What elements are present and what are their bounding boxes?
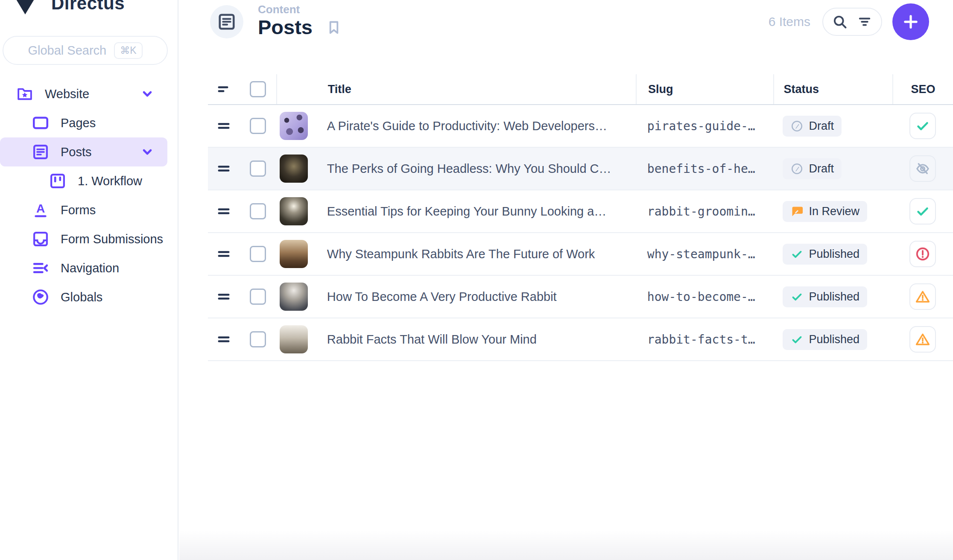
sidebar-item-globals[interactable]: Globals bbox=[0, 283, 167, 312]
cell-title: Rabbit Facts That Will Blow Your Mind bbox=[276, 325, 636, 353]
cell-slug: rabbit-groomin… bbox=[636, 204, 773, 219]
table-row[interactable]: A Pirate's Guide to Productivity: Web De… bbox=[208, 105, 953, 148]
global-search-input[interactable]: Global Search ⌘K bbox=[3, 36, 168, 65]
seo-status-button[interactable] bbox=[909, 198, 936, 225]
status-badge: In Review bbox=[783, 201, 867, 222]
filter-icon[interactable] bbox=[857, 14, 872, 29]
seo-error-icon bbox=[915, 246, 930, 262]
seo-status-button[interactable] bbox=[909, 155, 936, 182]
status-draft-icon bbox=[790, 162, 804, 175]
posts-table: Title Slug Status SEO A Pirate's Guide t… bbox=[208, 74, 953, 361]
sidebar-item-1-workflow[interactable]: 1. Workflow bbox=[0, 166, 167, 195]
status-badge: Draft bbox=[783, 158, 842, 179]
drag-handle-icon[interactable] bbox=[216, 204, 231, 219]
column-header-slug[interactable]: Slug bbox=[636, 74, 773, 104]
chevron-down-icon[interactable] bbox=[139, 144, 155, 160]
row-checkbox[interactable] bbox=[250, 160, 266, 177]
sidebar-item-navigation[interactable]: Navigation bbox=[0, 254, 167, 283]
post-slug: why-steampunk-… bbox=[647, 247, 755, 261]
status-published-icon bbox=[790, 248, 804, 261]
sidebar-item-pages[interactable]: Pages bbox=[0, 108, 167, 137]
cell-seo bbox=[892, 326, 953, 353]
cell-drag bbox=[208, 161, 240, 176]
post-thumbnail-pirate-collage bbox=[280, 112, 308, 140]
cell-status: Published bbox=[773, 329, 892, 350]
seo-check-icon bbox=[915, 118, 930, 134]
table-row[interactable]: How To Become A Very Productive Rabbit h… bbox=[208, 276, 953, 318]
directus-logo-icon bbox=[12, 0, 38, 17]
post-slug: rabbit-groomin… bbox=[647, 204, 755, 219]
post-thumbnail-headless bbox=[280, 155, 308, 183]
status-badge: Draft bbox=[783, 116, 842, 137]
cell-title: Essential Tips for Keeping Your Bunny Lo… bbox=[276, 197, 636, 225]
sort-column-header[interactable] bbox=[208, 82, 240, 97]
table-row[interactable]: The Perks of Going Headless: Why You Sho… bbox=[208, 148, 953, 190]
row-checkbox[interactable] bbox=[250, 331, 266, 347]
sidebar-item-website[interactable]: Website bbox=[0, 79, 167, 108]
header-actions: 6 Items bbox=[769, 3, 929, 40]
cell-status: Draft bbox=[773, 116, 892, 137]
table-row[interactable]: Rabbit Facts That Will Blow Your Mind ra… bbox=[208, 318, 953, 361]
bookmark-icon[interactable] bbox=[325, 19, 342, 36]
drag-handle-icon[interactable] bbox=[216, 246, 231, 262]
letter-a-icon bbox=[32, 201, 50, 219]
inbox-icon bbox=[32, 230, 50, 248]
column-header-status[interactable]: Status bbox=[773, 74, 893, 104]
cell-status: Published bbox=[773, 244, 892, 265]
drag-handle-icon[interactable] bbox=[216, 289, 231, 304]
post-thumbnail-suit-rabbit bbox=[280, 283, 308, 311]
post-title: Why Steampunk Rabbits Are The Future of … bbox=[327, 247, 595, 261]
table-row[interactable]: Essential Tips for Keeping Your Bunny Lo… bbox=[208, 190, 953, 233]
brand-logo[interactable]: Directus bbox=[12, 0, 178, 20]
table-body: A Pirate's Guide to Productivity: Web De… bbox=[208, 105, 953, 361]
cell-status: Draft bbox=[773, 158, 892, 179]
add-item-button[interactable] bbox=[892, 3, 929, 40]
cell-select bbox=[240, 203, 276, 219]
post-slug: rabbit-facts-t… bbox=[647, 332, 755, 347]
chevron-down-icon[interactable] bbox=[139, 86, 155, 102]
table-row[interactable]: Why Steampunk Rabbits Are The Future of … bbox=[208, 233, 953, 276]
cell-drag bbox=[208, 332, 240, 347]
search-filter-toolbar bbox=[822, 8, 882, 36]
sidebar-item-posts[interactable]: Posts bbox=[0, 137, 167, 166]
row-checkbox[interactable] bbox=[250, 246, 266, 262]
column-header-title[interactable]: Title bbox=[276, 74, 636, 104]
post-title: Rabbit Facts That Will Blow Your Mind bbox=[327, 332, 537, 347]
collection-icon-button[interactable] bbox=[210, 5, 243, 38]
table-header-row: Title Slug Status SEO bbox=[208, 74, 953, 105]
drag-handle-icon[interactable] bbox=[216, 118, 231, 134]
kanban-icon bbox=[49, 172, 67, 190]
column-header-seo[interactable]: SEO bbox=[892, 74, 953, 104]
cell-seo bbox=[892, 113, 953, 139]
status-badge: Published bbox=[783, 286, 867, 307]
menu-open-icon bbox=[32, 259, 50, 277]
cell-slug: how-to-become-… bbox=[636, 290, 773, 304]
seo-warning-icon bbox=[915, 289, 930, 304]
status-published-icon bbox=[790, 290, 804, 303]
sidebar-item-forms[interactable]: Forms bbox=[0, 195, 167, 225]
drag-handle-icon[interactable] bbox=[216, 332, 231, 347]
post-thumbnail-steampunk-rabbit bbox=[280, 240, 308, 268]
directus-app: Directus Global Search ⌘K Website Pages … bbox=[0, 0, 953, 560]
breadcrumb: Content bbox=[258, 3, 313, 16]
select-all-checkbox[interactable] bbox=[250, 81, 266, 97]
seo-status-button[interactable] bbox=[909, 283, 936, 310]
cell-slug: why-steampunk-… bbox=[636, 247, 773, 261]
cell-select bbox=[240, 246, 276, 262]
row-checkbox[interactable] bbox=[250, 203, 266, 219]
post-thumbnail-bunny-backlit bbox=[280, 197, 308, 225]
sidebar-item-form-submissions[interactable]: Form Submissions bbox=[0, 225, 167, 254]
drag-handle-icon[interactable] bbox=[216, 161, 231, 176]
cell-drag bbox=[208, 204, 240, 219]
row-checkbox[interactable] bbox=[250, 289, 266, 305]
row-checkbox[interactable] bbox=[250, 118, 266, 134]
seo-warning-icon bbox=[915, 332, 930, 347]
seo-status-button[interactable] bbox=[909, 241, 936, 267]
seo-status-button[interactable] bbox=[909, 326, 936, 353]
post-title: Essential Tips for Keeping Your Bunny Lo… bbox=[327, 204, 607, 219]
post-slug: pirates-guide-… bbox=[647, 119, 755, 133]
post-slug: benefits-of-he… bbox=[647, 162, 755, 176]
search-icon[interactable] bbox=[832, 14, 848, 29]
seo-status-button[interactable] bbox=[909, 113, 936, 139]
post-thumbnail-vintage-rabbit bbox=[280, 325, 308, 353]
